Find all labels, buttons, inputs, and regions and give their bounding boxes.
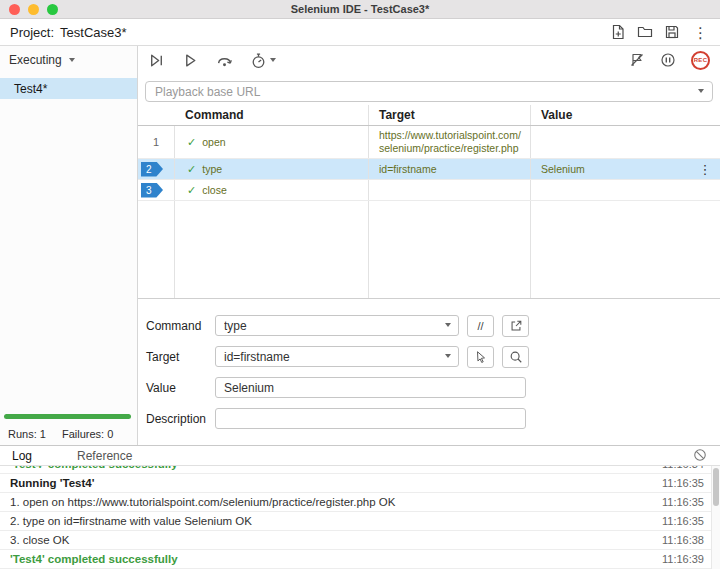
window-controls [9,4,58,15]
column-header-value: Value [530,105,690,125]
log-timestamp: 11:16:34 [662,465,704,470]
execution-marker: 2 [141,162,163,177]
commands-table-empty-area[interactable] [138,201,720,298]
chevron-down-icon [270,58,276,62]
log-timestamp: 11:16:35 [662,515,704,527]
log-scrollbar[interactable] [711,466,720,569]
sidebar-footer: Runs: 1 Failures: 0 [0,414,137,445]
test-editor-area: Command Target Value 1 ✓ open https://ww… [138,74,720,445]
log-entry: 'Test4' completed successfully 11:16:34 [0,465,720,474]
test-state-dropdown[interactable]: Executing [0,46,137,74]
playback-base-url-input[interactable] [145,81,713,102]
command-field-label: Command [146,319,215,333]
toggle-comment-button[interactable]: // [467,315,494,337]
record-button[interactable]: REC [691,51,710,70]
description-field[interactable] [215,408,526,429]
row-number: 1 [138,126,175,158]
runs-count: Runs: 1 [8,428,46,440]
titlebar: Selenium IDE - TestCase3* [0,0,720,19]
target-field[interactable] [215,346,459,367]
run-progress-bar [4,414,131,419]
project-menu-icon[interactable]: ⋮ [691,25,710,40]
command-name: close [202,184,227,196]
command-row-type[interactable]: 2 ✓ type id=firstname Selenium ⋮ [138,159,720,180]
command-row-open[interactable]: 1 ✓ open https://www.tutorialspoint.com/… [138,126,720,159]
log-entry: 1. open on https://www.tutorialspoint.co… [0,493,720,512]
value-field[interactable] [215,377,526,398]
playback-toolbar: REC [138,46,720,74]
command-target: id=firstname [379,163,436,176]
open-project-icon[interactable] [637,24,653,40]
log-tabbar: Log Reference [0,446,720,465]
toolbar-right: REC [629,51,710,70]
commands-table-header: Command Target Value [138,105,720,126]
playback-url-dropdown-icon[interactable] [698,89,704,93]
commands-table: Command Target Value 1 ✓ open https://ww… [138,105,720,298]
tab-reference[interactable]: Reference [77,449,132,463]
project-bar: Project: TestCase3* ⋮ [0,19,720,46]
log-timestamp: 11:16:39 [662,553,704,565]
log-timestamp: 11:16:35 [662,477,704,489]
command-name: open [202,136,225,148]
project-actions: ⋮ [610,24,710,40]
log-timestamp: 11:16:35 [662,496,704,508]
log-entry: 'Test4' completed successfully 11:16:39 [0,550,720,569]
passed-check-icon: ✓ [187,163,196,176]
log-panel: Log Reference 'Test4' completed successf… [0,445,720,569]
command-field[interactable] [215,315,459,336]
failures-count: Failures: 0 [62,428,113,440]
chevron-down-icon [445,323,451,327]
passed-check-icon: ✓ [187,184,196,197]
project-label: Project: [10,25,54,40]
log-entry: Running 'Test4' 11:16:35 [0,474,720,493]
row-menu-icon[interactable]: ⋮ [690,159,720,179]
command-editor-form: Command // Target [138,298,720,445]
log-entry: 2. type on id=firstname with value Selen… [0,512,720,531]
passed-check-icon: ✓ [187,136,196,149]
run-current-test-button[interactable] [182,52,199,69]
column-header-command: Command [175,105,368,125]
sidebar-item-test4[interactable]: Test4* [0,78,137,99]
description-field-label: Description [146,412,215,426]
pause-on-exceptions-button[interactable] [660,52,676,68]
chevron-down-icon [69,58,75,62]
find-target-button[interactable] [502,346,529,368]
value-field-label: Value [146,381,215,395]
test-speed-button[interactable] [250,52,276,69]
window-title: Selenium IDE - TestCase3* [0,3,720,15]
comment-glyph: // [477,320,483,332]
select-target-button[interactable] [467,346,494,368]
command-target: https://www.tutorialspoint.com/selenium/… [379,129,524,155]
scrollbar-thumb[interactable] [713,468,719,506]
main-column: REC Command Target Value [138,46,720,445]
command-value: Selenium [541,163,585,175]
minimize-window-button[interactable] [28,4,39,15]
playback-url-combo [145,81,713,102]
log-list: 'Test4' completed successfully 11:16:34 … [0,465,720,569]
run-all-tests-button[interactable] [148,52,165,69]
command-row-close[interactable]: 3 ✓ close [138,180,720,201]
workspace: Executing Test4* Runs: 1 Failures: 0 [0,46,720,445]
execution-marker: 3 [141,183,163,198]
test-name-label: Test4* [14,82,47,96]
save-project-icon[interactable] [664,24,680,40]
project-name: TestCase3* [60,25,126,40]
close-window-button[interactable] [9,4,20,15]
disable-breakpoints-button[interactable] [629,52,645,68]
chevron-down-icon [445,354,451,358]
command-name: type [202,163,222,175]
clear-log-icon[interactable] [693,448,707,465]
log-timestamp: 11:16:38 [662,534,704,546]
step-over-button[interactable] [216,52,233,69]
log-entry: 3. close OK 11:16:38 [0,531,720,550]
tab-log[interactable]: Log [12,449,32,463]
open-reference-button[interactable] [502,315,529,337]
target-field-label: Target [146,350,215,364]
new-project-icon[interactable] [610,24,626,40]
test-state-label: Executing [9,53,62,67]
selenium-ide-window: Selenium IDE - TestCase3* Project: TestC… [0,0,720,569]
tests-sidebar: Executing Test4* Runs: 1 Failures: 0 [0,46,138,445]
zoom-window-button[interactable] [47,4,58,15]
column-header-target: Target [368,105,530,125]
